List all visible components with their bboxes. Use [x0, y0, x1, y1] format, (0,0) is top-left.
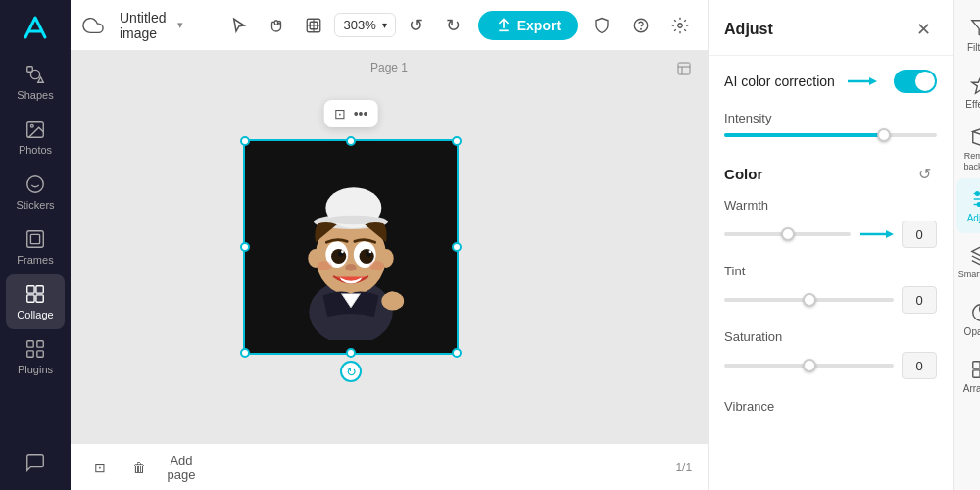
color-section-header: Color ↺ — [709, 149, 953, 194]
handle-bot-mid[interactable] — [346, 348, 356, 358]
image-frame-btn[interactable]: ⊡ — [334, 106, 346, 122]
select-tool-btn[interactable] — [222, 9, 256, 42]
saturation-thumb[interactable] — [803, 359, 816, 372]
warmth-track[interactable] — [724, 232, 851, 236]
svg-point-44 — [369, 261, 384, 270]
intensity-track[interactable] — [724, 133, 937, 137]
tint-track[interactable] — [724, 298, 894, 302]
tint-thumb[interactable] — [803, 293, 816, 307]
sidebar-item-stickers[interactable]: Stickers — [6, 165, 65, 220]
saturation-track[interactable] — [724, 364, 894, 368]
sidebar-stickers-label: Stickers — [16, 199, 54, 211]
bottom-bar: ⊡ 🗑 Add page 1/1 — [71, 443, 708, 490]
vibrance-label: Vibrance — [709, 391, 953, 421]
document-title[interactable]: Untitled image ▾ — [120, 10, 183, 41]
svg-point-40 — [341, 250, 344, 253]
sidebar-item-collage[interactable]: Collage — [6, 274, 65, 329]
handle-mid-right[interactable] — [452, 242, 462, 252]
right-icon-opacity[interactable]: Opacity — [956, 292, 980, 347]
handle-top-right[interactable] — [452, 136, 462, 146]
svg-rect-16 — [37, 341, 43, 347]
canvas-area[interactable]: Page 1 ⊡ ••• — [71, 51, 708, 443]
zoom-control[interactable]: 303% ▾ — [334, 13, 395, 37]
sidebar-bottom-chat[interactable] — [6, 443, 65, 482]
svg-marker-53 — [971, 21, 980, 37]
right-icon-filters[interactable]: Filters — [956, 8, 980, 63]
undo-btn[interactable]: ↺ — [400, 9, 433, 42]
rotate-handle[interactable]: ↻ — [340, 361, 362, 382]
zoom-value: 303% — [343, 18, 375, 32]
right-icon-effects[interactable]: Effects — [956, 65, 980, 120]
selected-image-wrapper: ⊡ ••• — [243, 139, 459, 355]
canvas-image[interactable]: ↻ — [243, 139, 459, 355]
left-sidebar: Shapes Photos Stickers Frames — [0, 0, 71, 490]
color-reset-button[interactable]: ↺ — [911, 161, 937, 186]
page-counter: 1/1 — [675, 461, 692, 474]
settings-icon-btn[interactable] — [664, 10, 696, 41]
handle-top-mid[interactable] — [346, 136, 356, 146]
export-button[interactable]: Export — [478, 11, 578, 40]
svg-rect-0 — [18, 10, 53, 45]
bottom-frame-btn[interactable]: ⊡ — [86, 454, 114, 481]
right-icon-smart-tools[interactable]: Smart tools — [956, 235, 980, 290]
right-icon-adjust[interactable]: Adjust — [956, 178, 980, 233]
redo-btn[interactable]: ↻ — [437, 9, 470, 42]
right-icon-arrange[interactable]: Arrange — [956, 349, 980, 404]
layout-tool-btn[interactable] — [297, 9, 330, 42]
right-icon-filters-label: Filters — [967, 42, 980, 53]
right-icon-effects-label: Effects — [965, 99, 980, 110]
sidebar-item-photos[interactable]: Photos — [6, 110, 65, 165]
ai-toggle[interactable] — [894, 70, 937, 93]
app-logo[interactable] — [16, 8, 55, 47]
svg-rect-13 — [27, 295, 34, 302]
sidebar-collage-label: Collage — [17, 309, 53, 320]
svg-rect-15 — [27, 341, 33, 347]
adjust-title: Adjust — [724, 21, 773, 38]
sidebar-item-shapes[interactable]: Shapes — [6, 55, 65, 110]
tint-value[interactable]: 0 — [902, 286, 937, 314]
help-icon-btn[interactable] — [625, 10, 657, 41]
adjust-header: Adjust ✕ — [709, 0, 953, 56]
bottom-delete-btn[interactable]: 🗑 — [125, 454, 153, 481]
warmth-thumb[interactable] — [781, 227, 795, 241]
svg-point-23 — [678, 23, 683, 27]
topbar-tools: 303% ▾ ↺ ↻ — [222, 9, 469, 42]
svg-point-22 — [641, 28, 642, 29]
hand-tool-btn[interactable] — [260, 9, 293, 42]
intensity-thumb[interactable] — [877, 128, 891, 142]
sidebar-photos-label: Photos — [19, 144, 52, 156]
zoom-chevron: ▾ — [382, 20, 387, 30]
page-icon[interactable] — [676, 61, 692, 80]
topbar: Untitled image ▾ — [71, 0, 708, 51]
ai-correction-label: AI color correction — [724, 74, 835, 89]
svg-rect-12 — [36, 286, 43, 293]
title-text: Untitled image — [120, 10, 172, 41]
right-icon-remove-bg[interactable]: Remove backgr... — [956, 122, 980, 176]
main-area: Untitled image ▾ — [71, 0, 708, 490]
handle-top-left[interactable] — [240, 136, 250, 146]
svg-rect-61 — [972, 362, 979, 368]
add-page-button[interactable]: Add page — [165, 454, 192, 481]
cloud-save-icon[interactable] — [82, 12, 104, 39]
svg-point-37 — [360, 249, 374, 264]
handle-bot-left[interactable] — [240, 348, 250, 358]
image-more-btn[interactable]: ••• — [354, 106, 368, 122]
svg-point-41 — [369, 250, 372, 253]
handle-mid-left[interactable] — [240, 242, 250, 252]
warmth-value[interactable]: 0 — [902, 220, 937, 248]
svg-rect-11 — [27, 286, 34, 293]
shield-icon-btn[interactable] — [586, 10, 617, 41]
sidebar-item-plugins[interactable]: Plugins — [6, 329, 65, 384]
sidebar-plugins-label: Plugins — [18, 364, 53, 375]
saturation-value[interactable]: 0 — [902, 352, 937, 379]
right-icon-smart-tools-label: Smart tools — [958, 270, 980, 280]
handle-bot-right[interactable] — [452, 348, 462, 358]
saturation-slider-row: 0 — [709, 352, 953, 391]
warmth-slider-row: 0 — [709, 220, 953, 260]
sidebar-item-frames[interactable]: Frames — [6, 220, 65, 274]
ai-arrow-icon — [848, 74, 877, 88]
adjust-panel-content: Adjust ✕ AI color correction Intensity C… — [709, 0, 953, 490]
ai-correction-row: AI color correction — [709, 56, 953, 107]
svg-point-42 — [345, 264, 356, 271]
adjust-close-button[interactable]: ✕ — [909, 16, 937, 43]
